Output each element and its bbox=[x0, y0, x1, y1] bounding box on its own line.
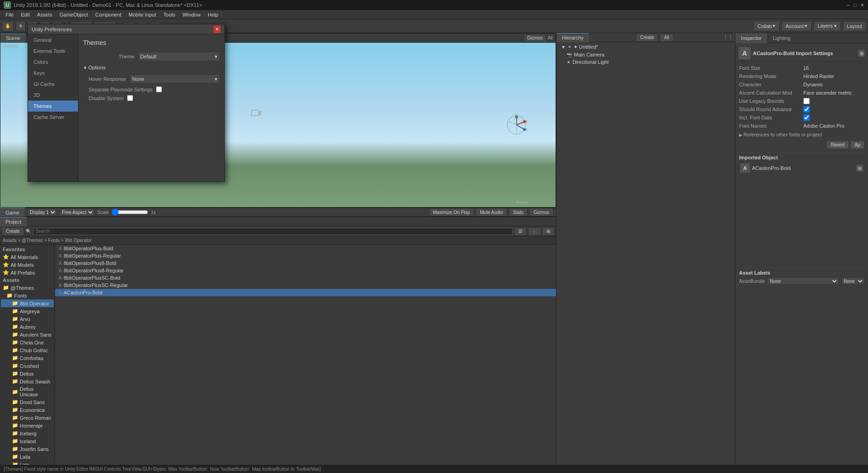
hierarchy-directional-light[interactable]: ☀ Directional Light bbox=[557, 58, 734, 66]
file-8bitoperatorplus-regular[interactable]: A 8bitOperatorPlus-Regular bbox=[55, 252, 556, 259]
references-section[interactable]: References to other fonts in project bbox=[737, 130, 866, 139]
tree-droidsans[interactable]: 📁 Droid Sans bbox=[1, 398, 54, 406]
file-8bitoperatorplus8-bold[interactable]: A 8bitOperatorPlus8-Bold bbox=[55, 259, 556, 267]
menu-assets[interactable]: Assets bbox=[33, 11, 56, 18]
nav-gi-cache[interactable]: GI Cache bbox=[28, 79, 78, 90]
project-tool-1[interactable]: ☰ bbox=[514, 227, 527, 236]
should-round-checkbox[interactable] bbox=[803, 106, 810, 113]
hover-response-dropdown[interactable]: None ▾ bbox=[130, 74, 220, 84]
hierarchy-resize[interactable]: ⋮⋮ bbox=[723, 34, 733, 40]
gizmos-btn[interactable]: Gizmos bbox=[524, 34, 546, 42]
file-acaslonpro-bold[interactable]: A ACaslonPro-Bold bbox=[55, 289, 556, 296]
tree-8bit-operator[interactable]: 📁 8bit Operator bbox=[1, 299, 54, 307]
project-search-input[interactable] bbox=[33, 228, 512, 235]
apply-btn[interactable]: Ap bbox=[851, 141, 864, 149]
hierarchy-scene[interactable]: ▼ ✦ ✦ Untitled* bbox=[557, 43, 734, 51]
menu-help[interactable]: Help bbox=[204, 11, 222, 18]
incl-font-checkbox[interactable] bbox=[803, 114, 810, 121]
menu-window[interactable]: Window bbox=[179, 11, 204, 18]
nav-external-tools[interactable]: External Tools bbox=[28, 45, 78, 56]
tree-iceland[interactable]: 📁 Iceland bbox=[1, 437, 54, 445]
file-icon-4: A bbox=[59, 268, 62, 273]
maximize-btn[interactable]: □ bbox=[853, 2, 857, 8]
file-8bitoperatorplus-bold[interactable]: A 8bitOperatorPlus-Bold bbox=[55, 245, 556, 252]
tree-fonts[interactable]: 📁 Fonts bbox=[1, 292, 54, 299]
inspector-open-btn[interactable]: ⊞ bbox=[858, 50, 865, 57]
nav-general[interactable]: General bbox=[28, 34, 78, 45]
tree-grecoroman[interactable]: 📁 Greco Roman bbox=[1, 414, 54, 422]
game-tab[interactable]: Game bbox=[0, 208, 25, 217]
project-tool-2[interactable]: ⋮ bbox=[528, 227, 541, 236]
maximize-on-play-btn[interactable]: Maximize On Play bbox=[429, 208, 474, 216]
menu-component[interactable]: Component bbox=[91, 11, 125, 18]
project-tool-3[interactable]: ⊞ bbox=[542, 227, 554, 236]
layout-btn[interactable]: Layout bbox=[843, 21, 866, 31]
tree-iceberg[interactable]: 📁 Iceberg bbox=[1, 429, 54, 437]
tree-laila[interactable]: 📁 Laila bbox=[1, 453, 54, 461]
menu-edit[interactable]: Edit bbox=[17, 11, 33, 18]
nav-keys[interactable]: Keys bbox=[28, 68, 78, 79]
tree-deliusunicase[interactable]: 📁 Delius Unicase bbox=[1, 385, 54, 398]
tree-aubrey[interactable]: 📁 Aubrey bbox=[1, 323, 54, 331]
tree-alegreya[interactable]: 📁 Alegreya bbox=[1, 307, 54, 315]
tree-themes[interactable]: 📁 @Themes bbox=[1, 284, 54, 292]
stats-btn[interactable]: Stats bbox=[509, 208, 528, 216]
menu-mobile-input[interactable]: Mobile Input bbox=[125, 11, 160, 18]
scene-tab[interactable]: Scene bbox=[0, 34, 26, 43]
nav-cache-server[interactable]: Cache Server bbox=[28, 112, 78, 123]
tree-aurulent[interactable]: 📁 Aurulent Sans bbox=[1, 331, 54, 338]
tree-comfortaa[interactable]: 📁 Comfortaa bbox=[1, 354, 54, 362]
mute-audio-btn[interactable]: Mute Audio bbox=[476, 208, 507, 216]
project-create-btn[interactable]: Create bbox=[2, 227, 24, 236]
file-8bitoperatorplussc-regular[interactable]: A 8bitOperatorPlusSC-Regular bbox=[55, 282, 556, 289]
revert-btn[interactable]: Revert bbox=[827, 141, 848, 149]
display-select[interactable]: Display 1 bbox=[28, 208, 57, 216]
file-8bitoperatorplus8-regular[interactable]: A 8bitOperatorPlus8-Regular bbox=[55, 267, 556, 274]
tree-delius[interactable]: 📁 Delius bbox=[1, 370, 54, 377]
imported-open-btn[interactable]: ⊞ bbox=[856, 164, 863, 172]
close-btn[interactable]: ✕ bbox=[860, 2, 864, 8]
tree-chubgothic[interactable]: 📁 Chub Gothic bbox=[1, 346, 54, 354]
options-toggle[interactable]: Options bbox=[83, 65, 220, 70]
account-btn[interactable]: Account ▾ bbox=[781, 21, 812, 31]
menu-file[interactable]: File bbox=[2, 11, 17, 18]
separate-playmode-checkbox[interactable] bbox=[156, 86, 162, 92]
tree-josefinsans[interactable]: 📁 Josefin Sans bbox=[1, 445, 54, 453]
disable-system-checkbox[interactable] bbox=[127, 95, 133, 101]
scale-slider[interactable] bbox=[111, 209, 148, 215]
collab-btn[interactable]: Collab ▾ bbox=[753, 21, 779, 31]
tree-homenaje[interactable]: 📁 Homenaje bbox=[1, 422, 54, 429]
hierarchy-create-btn[interactable]: Create bbox=[636, 34, 658, 42]
menu-tools[interactable]: Tools bbox=[160, 11, 179, 18]
tree-chelaone[interactable]: 📁 Chela One bbox=[1, 338, 54, 346]
nav-themes[interactable]: Themes bbox=[28, 101, 78, 112]
project-tab[interactable]: Project bbox=[0, 217, 27, 226]
inspector-tab[interactable]: Inspector bbox=[735, 33, 767, 43]
layers-btn[interactable]: Layers ▾ bbox=[813, 21, 841, 31]
tree-all-prefabs[interactable]: ⭐ All Prefabs bbox=[1, 269, 54, 276]
menu-gameobject[interactable]: GameObject bbox=[56, 11, 92, 18]
hierarchy-main-camera[interactable]: 📷 Main Camera bbox=[557, 51, 734, 58]
tree-all-models[interactable]: ⭐ All Models bbox=[1, 261, 54, 269]
asset-bundle-select[interactable]: None bbox=[768, 277, 839, 285]
aspect-select[interactable]: Free Aspect bbox=[60, 208, 95, 216]
tree-all-materials[interactable]: ⭐ All Materials bbox=[1, 253, 54, 261]
gizmos-game-btn[interactable]: Gizmos bbox=[529, 208, 553, 216]
lighting-tab[interactable]: Lighting bbox=[767, 33, 796, 43]
tree-crushed[interactable]: 📁 Crushed bbox=[1, 362, 54, 370]
file-8bitoperatorplussc-bold[interactable]: A 8bitOperatorPlusSC-Bold bbox=[55, 274, 556, 282]
dialog-close-btn[interactable]: ✕ bbox=[213, 26, 221, 33]
hierarchy-tab[interactable]: Hierarchy bbox=[556, 33, 589, 42]
asset-bundle-select-2[interactable]: None bbox=[841, 277, 864, 285]
toolbar-move-btn[interactable]: ✛ bbox=[16, 21, 26, 31]
tree-arvo[interactable]: 📁 Arvo bbox=[1, 315, 54, 323]
theme-dropdown[interactable]: Default ▾ bbox=[138, 52, 220, 61]
minimize-btn[interactable]: ─ bbox=[846, 2, 850, 8]
tree-deliusswash[interactable]: 📁 Delius Swash bbox=[1, 377, 54, 385]
toolbar-hand-btn[interactable]: ✋ bbox=[2, 21, 14, 31]
tree-economica[interactable]: 📁 Economica bbox=[1, 406, 54, 414]
nav-colors[interactable]: Colors bbox=[28, 56, 78, 68]
legacy-bounds-checkbox[interactable] bbox=[803, 98, 810, 104]
nav-2d[interactable]: 2D bbox=[28, 90, 78, 101]
hierarchy-all-btn[interactable]: All bbox=[660, 34, 673, 42]
